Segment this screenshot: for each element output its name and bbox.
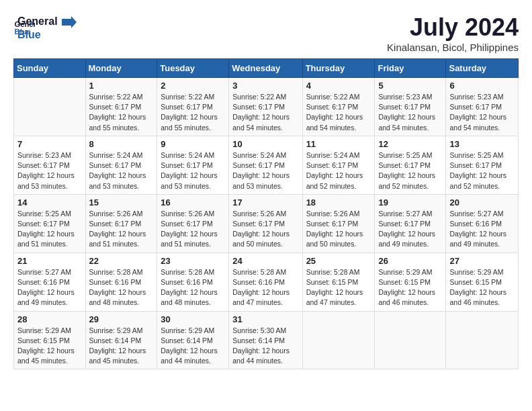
day-info: Sunrise: 5:29 AMSunset: 6:15 PMDaylight:… bbox=[378, 267, 442, 308]
month-year-title: July 2024 bbox=[387, 13, 519, 42]
day-info: Sunrise: 5:23 AMSunset: 6:17 PMDaylight:… bbox=[449, 92, 515, 133]
week-row-4: 21 Sunrise: 5:27 AMSunset: 6:16 PMDaylig… bbox=[14, 253, 519, 311]
day-number: 17 bbox=[232, 197, 298, 208]
calendar-cell: 25 Sunrise: 5:28 AMSunset: 6:15 PMDaylig… bbox=[302, 253, 375, 311]
calendar-cell: 17 Sunrise: 5:26 AMSunset: 6:17 PMDaylig… bbox=[229, 194, 302, 253]
day-number: 21 bbox=[17, 256, 82, 266]
logo-line1: General bbox=[17, 15, 77, 28]
calendar-cell: 10 Sunrise: 5:24 AMSunset: 6:17 PMDaylig… bbox=[229, 136, 302, 194]
header-day-wednesday: Wednesday bbox=[229, 59, 302, 78]
day-number: 10 bbox=[232, 139, 298, 149]
calendar-cell: 11 Sunrise: 5:24 AMSunset: 6:17 PMDaylig… bbox=[302, 136, 375, 194]
day-number: 16 bbox=[161, 197, 225, 208]
calendar-cell: 26 Sunrise: 5:29 AMSunset: 6:15 PMDaylig… bbox=[375, 253, 446, 311]
day-number: 5 bbox=[378, 81, 442, 91]
day-info: Sunrise: 5:28 AMSunset: 6:16 PMDaylight:… bbox=[161, 267, 225, 308]
week-row-1: 1 Sunrise: 5:22 AMSunset: 6:17 PMDayligh… bbox=[14, 78, 519, 136]
calendar-cell: 9 Sunrise: 5:24 AMSunset: 6:17 PMDayligh… bbox=[157, 136, 229, 194]
calendar-cell bbox=[446, 311, 519, 369]
calendar-cell: 22 Sunrise: 5:28 AMSunset: 6:16 PMDaylig… bbox=[85, 253, 157, 311]
calendar-cell: 23 Sunrise: 5:28 AMSunset: 6:16 PMDaylig… bbox=[157, 253, 229, 311]
logo: General Blue General Blue bbox=[13, 13, 77, 41]
day-number: 11 bbox=[306, 139, 371, 149]
day-info: Sunrise: 5:26 AMSunset: 6:17 PMDaylight:… bbox=[161, 209, 225, 250]
day-number: 20 bbox=[449, 197, 515, 208]
day-number: 14 bbox=[17, 197, 82, 208]
calendar-cell: 31 Sunrise: 5:30 AMSunset: 6:14 PMDaylig… bbox=[229, 311, 302, 369]
calendar-cell: 3 Sunrise: 5:22 AMSunset: 6:17 PMDayligh… bbox=[229, 78, 302, 136]
calendar-cell: 24 Sunrise: 5:28 AMSunset: 6:16 PMDaylig… bbox=[229, 253, 302, 311]
calendar-cell: 27 Sunrise: 5:29 AMSunset: 6:15 PMDaylig… bbox=[446, 253, 519, 311]
calendar-cell: 6 Sunrise: 5:23 AMSunset: 6:17 PMDayligh… bbox=[446, 78, 519, 136]
calendar-cell: 4 Sunrise: 5:22 AMSunset: 6:17 PMDayligh… bbox=[302, 78, 375, 136]
header-row: SundayMondayTuesdayWednesdayThursdayFrid… bbox=[14, 59, 519, 78]
calendar-cell bbox=[14, 78, 86, 136]
day-info: Sunrise: 5:24 AMSunset: 6:17 PMDaylight:… bbox=[161, 150, 225, 191]
day-info: Sunrise: 5:22 AMSunset: 6:17 PMDaylight:… bbox=[89, 92, 154, 133]
day-number: 22 bbox=[89, 256, 154, 266]
calendar-cell: 14 Sunrise: 5:25 AMSunset: 6:17 PMDaylig… bbox=[14, 194, 86, 253]
header-day-thursday: Thursday bbox=[302, 59, 375, 78]
day-info: Sunrise: 5:23 AMSunset: 6:17 PMDaylight:… bbox=[17, 150, 82, 191]
header-day-tuesday: Tuesday bbox=[157, 59, 229, 78]
day-info: Sunrise: 5:22 AMSunset: 6:17 PMDaylight:… bbox=[232, 92, 298, 133]
day-number: 27 bbox=[449, 256, 515, 266]
calendar-cell bbox=[302, 311, 375, 369]
day-info: Sunrise: 5:25 AMSunset: 6:17 PMDaylight:… bbox=[449, 150, 515, 191]
calendar-cell: 2 Sunrise: 5:22 AMSunset: 6:17 PMDayligh… bbox=[157, 78, 229, 136]
week-row-2: 7 Sunrise: 5:23 AMSunset: 6:17 PMDayligh… bbox=[14, 136, 519, 194]
logo-arrow-icon bbox=[62, 16, 77, 28]
day-info: Sunrise: 5:28 AMSunset: 6:16 PMDaylight:… bbox=[89, 267, 154, 308]
day-number: 13 bbox=[449, 139, 515, 149]
day-number: 31 bbox=[232, 314, 298, 324]
day-number: 30 bbox=[161, 314, 225, 324]
day-info: Sunrise: 5:29 AMSunset: 6:15 PMDaylight:… bbox=[449, 267, 515, 308]
title-block: July 2024 Kinalansan, Bicol, Philippines bbox=[387, 13, 519, 53]
day-info: Sunrise: 5:27 AMSunset: 6:16 PMDaylight:… bbox=[449, 209, 515, 250]
day-number: 19 bbox=[378, 197, 442, 208]
calendar-cell: 13 Sunrise: 5:25 AMSunset: 6:17 PMDaylig… bbox=[446, 136, 519, 194]
calendar-cell: 15 Sunrise: 5:26 AMSunset: 6:17 PMDaylig… bbox=[85, 194, 157, 253]
day-info: Sunrise: 5:29 AMSunset: 6:14 PMDaylight:… bbox=[161, 326, 225, 367]
calendar-cell: 29 Sunrise: 5:29 AMSunset: 6:14 PMDaylig… bbox=[85, 311, 157, 369]
day-info: Sunrise: 5:29 AMSunset: 6:15 PMDaylight:… bbox=[17, 326, 82, 367]
day-number: 4 bbox=[306, 81, 371, 91]
day-number: 6 bbox=[449, 81, 515, 91]
calendar-cell: 5 Sunrise: 5:23 AMSunset: 6:17 PMDayligh… bbox=[375, 78, 446, 136]
day-number: 26 bbox=[378, 256, 442, 266]
svg-marker-4 bbox=[62, 16, 77, 28]
day-info: Sunrise: 5:28 AMSunset: 6:15 PMDaylight:… bbox=[306, 267, 371, 308]
day-info: Sunrise: 5:24 AMSunset: 6:17 PMDaylight:… bbox=[306, 150, 371, 191]
calendar-cell bbox=[375, 311, 446, 369]
day-number: 12 bbox=[378, 139, 442, 149]
day-number: 9 bbox=[161, 139, 225, 149]
day-number: 1 bbox=[89, 81, 154, 91]
day-info: Sunrise: 5:24 AMSunset: 6:17 PMDaylight:… bbox=[89, 150, 154, 191]
header-day-friday: Friday bbox=[375, 59, 446, 78]
day-number: 15 bbox=[89, 197, 154, 208]
calendar-cell: 16 Sunrise: 5:26 AMSunset: 6:17 PMDaylig… bbox=[157, 194, 229, 253]
day-info: Sunrise: 5:23 AMSunset: 6:17 PMDaylight:… bbox=[378, 92, 442, 133]
day-number: 8 bbox=[89, 139, 154, 149]
day-number: 3 bbox=[232, 81, 298, 91]
day-number: 28 bbox=[17, 314, 82, 324]
day-info: Sunrise: 5:26 AMSunset: 6:17 PMDaylight:… bbox=[232, 209, 298, 250]
day-info: Sunrise: 5:22 AMSunset: 6:17 PMDaylight:… bbox=[306, 92, 371, 133]
calendar-cell: 1 Sunrise: 5:22 AMSunset: 6:17 PMDayligh… bbox=[85, 78, 157, 136]
calendar-cell: 8 Sunrise: 5:24 AMSunset: 6:17 PMDayligh… bbox=[85, 136, 157, 194]
calendar-cell: 19 Sunrise: 5:27 AMSunset: 6:17 PMDaylig… bbox=[375, 194, 446, 253]
day-number: 25 bbox=[306, 256, 371, 266]
logo-line2: Blue bbox=[17, 28, 77, 41]
location-subtitle: Kinalansan, Bicol, Philippines bbox=[387, 42, 519, 53]
page-header: General Blue General Blue July 2024 Kina… bbox=[13, 13, 519, 53]
header-day-sunday: Sunday bbox=[14, 59, 86, 78]
day-number: 7 bbox=[17, 139, 82, 149]
day-info: Sunrise: 5:27 AMSunset: 6:16 PMDaylight:… bbox=[17, 267, 82, 308]
day-number: 18 bbox=[306, 197, 371, 208]
calendar-cell: 21 Sunrise: 5:27 AMSunset: 6:16 PMDaylig… bbox=[14, 253, 86, 311]
day-number: 24 bbox=[232, 256, 298, 266]
day-info: Sunrise: 5:27 AMSunset: 6:17 PMDaylight:… bbox=[378, 209, 442, 250]
day-info: Sunrise: 5:26 AMSunset: 6:17 PMDaylight:… bbox=[306, 209, 371, 250]
day-info: Sunrise: 5:30 AMSunset: 6:14 PMDaylight:… bbox=[232, 326, 298, 367]
calendar-cell: 28 Sunrise: 5:29 AMSunset: 6:15 PMDaylig… bbox=[14, 311, 86, 369]
